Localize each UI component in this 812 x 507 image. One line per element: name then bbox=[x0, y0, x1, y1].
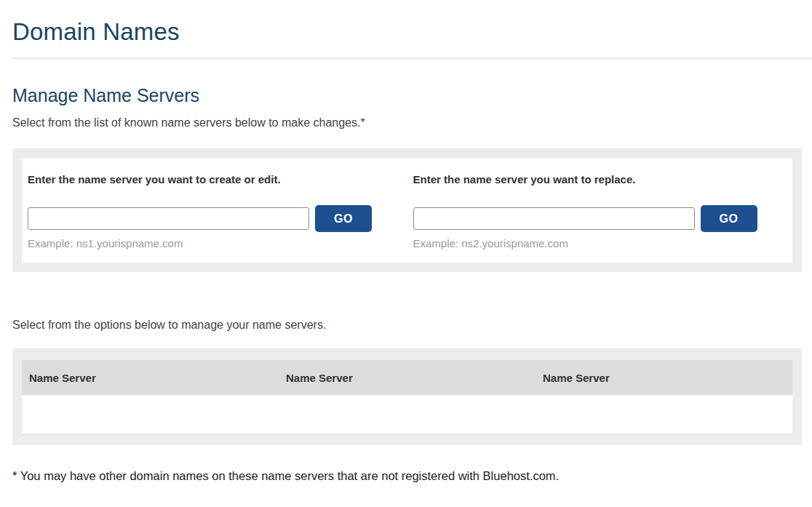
table-header-name-server-1: Name Server bbox=[22, 360, 279, 395]
domain-names-page: Domain Names bbox=[0, 18, 812, 46]
options-intro-text: Select from the options below to manage … bbox=[12, 319, 802, 332]
table-cell-1 bbox=[22, 395, 279, 434]
create-edit-nameserver-input[interactable] bbox=[28, 207, 309, 230]
replace-example-text: Example: ns2.yourispname.com bbox=[413, 237, 780, 249]
create-edit-example-text: Example: ns1.yourispname.com bbox=[28, 237, 394, 249]
create-edit-go-button[interactable]: GO bbox=[315, 205, 372, 232]
create-edit-column: Enter the name server you want to create… bbox=[22, 168, 407, 249]
replace-column: Enter the name server you want to replac… bbox=[407, 168, 793, 249]
create-edit-input-row: GO bbox=[28, 205, 394, 232]
replace-label: Enter the name server you want to replac… bbox=[413, 173, 780, 185]
name-server-table-panel: Name Server Name Server Name Server bbox=[12, 348, 802, 445]
name-server-form-panel: Enter the name server you want to create… bbox=[12, 148, 802, 272]
name-server-table: Name Server Name Server Name Server bbox=[22, 360, 792, 434]
footnote-text: * You may have other domain names on the… bbox=[12, 469, 802, 483]
page-title: Domain Names bbox=[12, 18, 802, 46]
table-cell-2 bbox=[279, 395, 536, 434]
replace-nameserver-input[interactable] bbox=[413, 207, 695, 230]
replace-input-row: GO bbox=[413, 205, 780, 232]
table-header-row: Name Server Name Server Name Server bbox=[22, 360, 792, 395]
table-header-name-server-2: Name Server bbox=[279, 360, 536, 395]
title-divider bbox=[12, 57, 812, 59]
table-header-name-server-3: Name Server bbox=[536, 360, 792, 395]
replace-go-button[interactable]: GO bbox=[701, 205, 757, 232]
table-cell-3 bbox=[536, 395, 792, 434]
manage-name-servers-heading: Manage Name Servers bbox=[12, 85, 802, 106]
create-edit-label: Enter the name server you want to create… bbox=[28, 173, 394, 185]
table-row bbox=[22, 395, 792, 434]
manage-intro-text: Select from the list of known name serve… bbox=[12, 116, 802, 129]
name-server-form-card: Enter the name server you want to create… bbox=[22, 158, 792, 263]
